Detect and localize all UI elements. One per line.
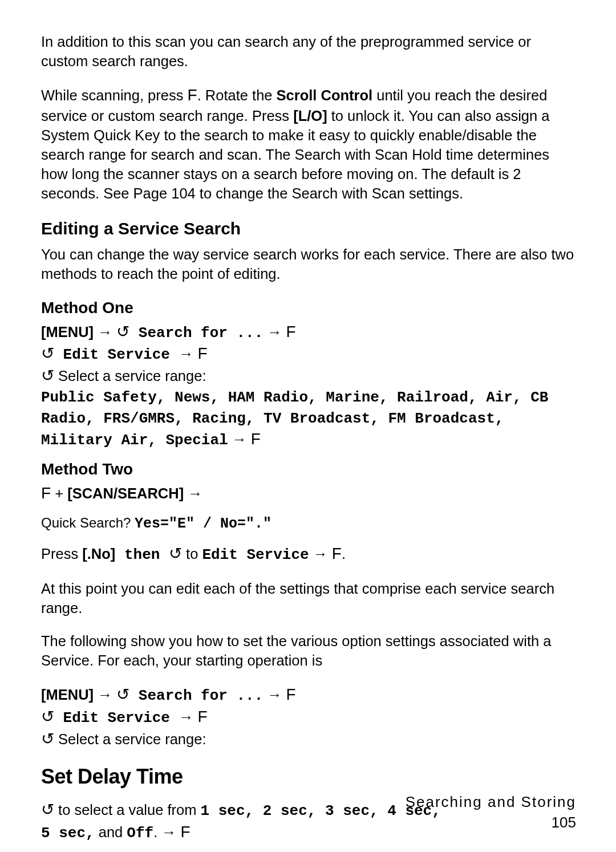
arrow-icon: → xyxy=(232,431,247,448)
f-key: F xyxy=(198,343,208,364)
then-text: then xyxy=(115,546,169,563)
f-key: F xyxy=(286,321,296,343)
scroll-icon: ↺ xyxy=(169,545,182,562)
arrow-icon: → xyxy=(98,686,112,703)
f-key: F xyxy=(180,821,190,843)
arrow-icon: → xyxy=(267,686,282,703)
intro-para-1: In addition to this scan you can search … xyxy=(41,32,576,71)
quick-search-label: Quick Search? xyxy=(41,515,135,530)
following-para: The following show you how to set the va… xyxy=(41,631,576,670)
press-no-line: Press [.No] then ↺ to Edit Service → F. xyxy=(41,543,576,565)
menu-key: [MENU] xyxy=(41,324,94,340)
quick-search-line: Quick Search? Yes="E" / No="." xyxy=(41,514,576,534)
manual-page: In addition to this scan you can search … xyxy=(0,0,616,852)
scroll-icon: ↺ xyxy=(116,685,129,703)
dot-no-key: [.No] xyxy=(82,546,115,562)
select-service-range: Select a service range: xyxy=(54,368,206,384)
heading-set-delay-time: Set Delay Time xyxy=(41,763,576,790)
text: While scanning, press xyxy=(41,87,188,103)
method-two-step1: F + [SCAN/SEARCH] → xyxy=(41,482,576,504)
delay-values-2: 5 sec, xyxy=(41,825,95,842)
intro-para-2: While scanning, press F. Rotate the Scro… xyxy=(41,84,576,203)
edit-settings-para: At this point you can edit each of the s… xyxy=(41,579,576,618)
scroll-icon: ↺ xyxy=(41,367,54,384)
off-value: Off xyxy=(127,825,153,842)
scan-search-key: [SCAN/SEARCH] xyxy=(67,485,184,501)
method-one-steps: [MENU] → ↺ Search for ... → F ↺ Edit Ser… xyxy=(41,321,576,451)
f-key: F xyxy=(198,706,208,728)
scroll-icon: ↺ xyxy=(41,344,54,362)
f-key: F xyxy=(188,84,197,106)
arrow-icon: → xyxy=(179,708,193,725)
to-text: to xyxy=(182,546,202,562)
arrow-icon: → xyxy=(179,345,193,362)
menu-key: [MENU] xyxy=(41,687,94,703)
f-key: F xyxy=(286,684,296,705)
delay-text: to select a value from xyxy=(54,802,201,818)
press-label: Press xyxy=(41,546,82,562)
scroll-icon: ↺ xyxy=(41,708,54,725)
f-key: F xyxy=(332,543,342,565)
select-service-range: Select a service range: xyxy=(54,731,206,747)
text: . Rotate the xyxy=(197,87,277,103)
editing-intro: You can change the way service search wo… xyxy=(41,245,576,283)
quick-search-options: Yes="E" / No="." xyxy=(135,516,271,532)
scroll-icon: ↺ xyxy=(116,323,129,340)
arrow-icon: → xyxy=(188,485,202,502)
starting-operation-steps: [MENU] → ↺ Search for ... → F ↺ Edit Ser… xyxy=(41,684,576,749)
heading-method-one: Method One xyxy=(41,297,576,319)
scroll-control-label: Scroll Control xyxy=(277,87,373,103)
period: . xyxy=(342,546,346,562)
arrow-icon: → xyxy=(267,323,282,340)
f-key: F xyxy=(251,428,261,450)
arrow-icon: → xyxy=(161,823,176,841)
mono-edit-service: Edit Service xyxy=(54,346,179,363)
plus: + xyxy=(51,485,67,501)
mono-edit-service: Edit Service xyxy=(54,709,179,727)
footer-section-title: Searching and Storing xyxy=(406,792,576,812)
page-number: 105 xyxy=(552,813,576,833)
f-key: F xyxy=(41,482,51,504)
lo-key: [L/O] xyxy=(293,108,327,124)
edit-service-mono: Edit Service xyxy=(202,546,309,563)
arrow-icon: → xyxy=(313,545,328,562)
arrow-icon: → xyxy=(98,323,112,340)
delay-values-1: 1 sec, 2 sec, 3 sec, 4 sec, xyxy=(201,802,441,819)
heading-method-two: Method Two xyxy=(41,459,576,480)
heading-editing-service-search: Editing a Service Search xyxy=(41,217,576,240)
and-text: and xyxy=(95,824,127,840)
period: . xyxy=(153,824,157,840)
mono-search-for: Search for ... xyxy=(129,324,263,342)
scroll-icon: ↺ xyxy=(41,730,54,748)
mono-search-for: Search for ... xyxy=(129,687,263,704)
service-list: Public Safety, News, HAM Radio, Marine, … xyxy=(41,389,548,449)
scroll-icon: ↺ xyxy=(41,801,54,818)
